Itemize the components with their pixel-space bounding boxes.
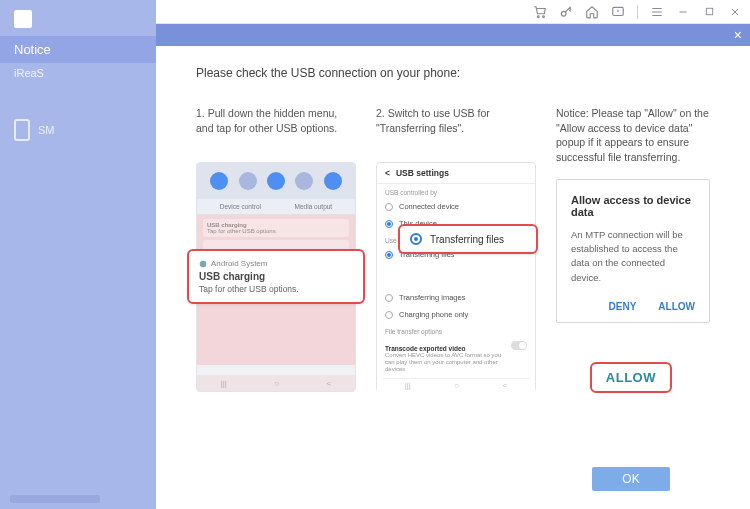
ok-button[interactable]: OK bbox=[592, 467, 670, 491]
svg-rect-4 bbox=[706, 8, 712, 14]
step-3-callout: ALLOW bbox=[590, 362, 672, 393]
close-icon[interactable] bbox=[728, 5, 742, 19]
opt-charging-only: Charging phone only bbox=[383, 306, 529, 323]
callout-system-label: Android System bbox=[199, 259, 353, 268]
menu-icon[interactable] bbox=[650, 5, 664, 19]
allow-access-dialog: Allow access to device data An MTP conne… bbox=[556, 179, 710, 323]
svg-point-0 bbox=[537, 15, 539, 17]
android-icon bbox=[199, 260, 207, 268]
nav-home-icon: ○ bbox=[454, 381, 459, 390]
sidebar-item-sms[interactable]: SM bbox=[0, 109, 156, 151]
android-nav-bar: ||| ○ < bbox=[383, 378, 529, 392]
sidebar-item-label: SM bbox=[38, 124, 55, 136]
notice-header: × bbox=[156, 24, 750, 46]
usb-settings-header: < USB settings bbox=[377, 163, 535, 184]
step-1: 1. Pull down the hidden menu, and tap fo… bbox=[196, 106, 350, 392]
quick-settings-labels: Device control Media output bbox=[197, 199, 355, 215]
brand-logo-icon bbox=[14, 10, 32, 28]
step-1-text: 1. Pull down the hidden menu, and tap fo… bbox=[196, 106, 350, 150]
device-control-label: Device control bbox=[220, 203, 261, 210]
transcode-title: Transcode exported video bbox=[385, 341, 505, 352]
svg-point-1 bbox=[543, 15, 545, 17]
location-toggle-icon bbox=[324, 172, 342, 190]
minimize-icon[interactable] bbox=[676, 5, 690, 19]
dialog-body: An MTP connection will be established to… bbox=[571, 228, 695, 285]
opt-transferring-images: Transferring images bbox=[383, 289, 529, 306]
opt-connected-device: Connected device bbox=[383, 198, 529, 215]
step-3-text: Notice: Please tap "Allow" on the "Allow… bbox=[556, 106, 710, 165]
bluetooth-toggle-icon bbox=[267, 172, 285, 190]
notice-content: Please check the USB connection on your … bbox=[156, 46, 750, 509]
sidebar: Notice iReaS SM bbox=[0, 0, 156, 509]
step-1-phone: Device control Media output USB charging… bbox=[196, 162, 356, 392]
sidebar-footer-bar bbox=[10, 495, 100, 503]
home-icon[interactable] bbox=[585, 5, 599, 19]
back-arrow-icon: < bbox=[385, 168, 390, 178]
window-titlebar bbox=[156, 0, 750, 24]
android-nav-bar: ||| ○ < bbox=[197, 375, 355, 391]
dialog-allow-button: ALLOW bbox=[658, 301, 695, 312]
brand bbox=[0, 6, 156, 36]
titlebar-separator bbox=[637, 5, 638, 19]
page-title: Please check the USB connection on your … bbox=[196, 66, 710, 80]
step-3: Notice: Please tap "Allow" on the "Allow… bbox=[556, 106, 710, 392]
callout-label: Transferring files bbox=[430, 234, 504, 245]
nav-back-icon: < bbox=[503, 381, 508, 390]
section-usb-controlled: USB controlled by bbox=[383, 184, 529, 198]
section-file-transfer-options: File transfer options bbox=[383, 323, 529, 337]
step-2-callout: Transferring files bbox=[398, 224, 538, 254]
dialog-title: Allow access to device data bbox=[571, 194, 695, 218]
step-2-phone: < USB settings USB controlled by Connect… bbox=[376, 162, 536, 392]
nav-back-icon: < bbox=[327, 379, 332, 388]
notif-sub: Tap for other USB options bbox=[207, 228, 345, 234]
step-1-callout: Android System USB charging Tap for othe… bbox=[187, 249, 365, 304]
rotate-toggle-icon bbox=[295, 172, 313, 190]
cart-icon[interactable] bbox=[533, 5, 547, 19]
transcode-sub: Convert HEVC videos to AVC format so you… bbox=[385, 352, 505, 374]
sound-toggle-icon bbox=[239, 172, 257, 190]
notice-close-icon[interactable]: × bbox=[734, 27, 742, 43]
phone-icon bbox=[14, 119, 30, 141]
feedback-icon[interactable] bbox=[611, 5, 625, 19]
transcode-toggle bbox=[511, 341, 527, 350]
svg-point-5 bbox=[200, 260, 207, 267]
quick-settings-row bbox=[197, 163, 355, 199]
media-output-label: Media output bbox=[295, 203, 333, 210]
wifi-toggle-icon bbox=[210, 172, 228, 190]
opt-transcode: Transcode exported video Convert HEVC vi… bbox=[383, 337, 529, 378]
radio-selected-icon bbox=[410, 233, 422, 245]
brand-text: iReaS bbox=[0, 63, 156, 83]
step-2-text: 2. Switch to use USB for "Transferring f… bbox=[376, 106, 530, 150]
sidebar-tab-notice[interactable]: Notice bbox=[0, 36, 156, 63]
nav-recent-icon: ||| bbox=[221, 379, 227, 388]
key-icon[interactable] bbox=[559, 5, 573, 19]
dialog-deny-button: DENY bbox=[609, 301, 637, 312]
usb-settings-title: USB settings bbox=[396, 168, 449, 178]
maximize-icon[interactable] bbox=[702, 5, 716, 19]
nav-home-icon: ○ bbox=[274, 379, 279, 388]
notif-usb-charging: USB charging Tap for other USB options bbox=[203, 219, 349, 237]
nav-recent-icon: ||| bbox=[405, 381, 411, 390]
callout-sub: Tap for other USB options. bbox=[199, 284, 353, 294]
step-2: 2. Switch to use USB for "Transferring f… bbox=[376, 106, 530, 392]
callout-title: USB charging bbox=[199, 271, 353, 282]
